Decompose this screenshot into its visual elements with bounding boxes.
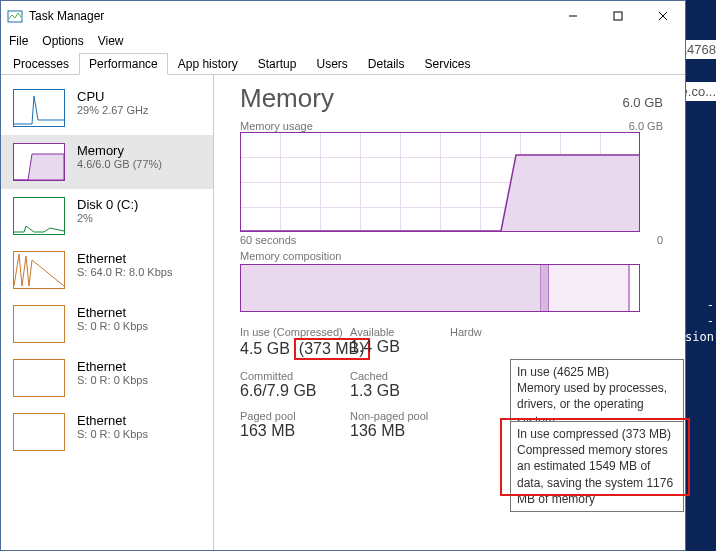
- menubar: File Options View: [1, 31, 685, 51]
- close-button[interactable]: [640, 2, 685, 31]
- sidebar-item-ethernet-3[interactable]: Ethernet S: 0 R: 0 Kbps: [1, 351, 213, 405]
- stat-available-value: 1.4 GB: [350, 338, 450, 356]
- sidebar-item-disk[interactable]: Disk 0 (C:) 2%: [1, 189, 213, 243]
- sidebar-item-ethernet-2[interactable]: Ethernet S: 0 R: 0 Kbps: [1, 297, 213, 351]
- memory-total: 6.0 GB: [623, 95, 663, 110]
- tab-processes[interactable]: Processes: [3, 53, 79, 75]
- sidebar-eth1-sub: S: 64.0 R: 8.0 Kbps: [77, 266, 172, 278]
- composition-label: Memory composition: [240, 250, 341, 262]
- cpu-thumb-icon: [13, 89, 65, 127]
- tooltip-inuse-title: In use (4625 MB): [517, 364, 677, 380]
- task-manager-icon: [7, 8, 23, 24]
- sidebar-item-ethernet-1[interactable]: Ethernet S: 64.0 R: 8.0 Kbps: [1, 243, 213, 297]
- ethernet-thumb-icon: [13, 413, 65, 451]
- stat-nonpaged-value: 136 MB: [350, 422, 450, 440]
- usage-graph-label: Memory usage: [240, 120, 313, 132]
- memory-usage-graph[interactable]: [240, 132, 640, 232]
- usage-graph-max: 6.0 GB: [629, 120, 663, 132]
- sidebar-cpu-sub: 29% 2.67 GHz: [77, 104, 149, 116]
- memory-composition-graph[interactable]: [240, 264, 640, 312]
- tabbar: Processes Performance App history Startu…: [1, 53, 685, 75]
- stat-committed-value: 6.6/7.9 GB: [240, 382, 350, 400]
- stat-available-label: Available: [350, 326, 450, 338]
- stat-paged-value: 163 MB: [240, 422, 350, 440]
- ethernet-thumb-icon: [13, 251, 65, 289]
- svg-rect-0: [8, 11, 22, 22]
- tab-app-history[interactable]: App history: [168, 53, 248, 75]
- stat-nonpaged-label: Non-paged pool: [350, 410, 450, 422]
- sidebar-memory-sub: 4.6/6.0 GB (77%): [77, 158, 162, 170]
- stat-inuse-label: In use (Compressed): [240, 326, 350, 338]
- disk-thumb-icon: [13, 197, 65, 235]
- window-title: Task Manager: [29, 9, 550, 23]
- menu-file[interactable]: File: [9, 34, 28, 48]
- tab-performance[interactable]: Performance: [79, 53, 168, 75]
- console-line: -: [707, 298, 714, 312]
- sidebar-eth4-sub: S: 0 R: 0 Kbps: [77, 428, 148, 440]
- tab-details[interactable]: Details: [358, 53, 415, 75]
- sidebar-item-memory[interactable]: Memory 4.6/6.0 GB (77%): [1, 135, 213, 189]
- tooltip-compressed-body: Compressed memory stores an estimated 15…: [517, 442, 677, 507]
- svg-rect-11: [549, 265, 629, 311]
- svg-marker-5: [14, 154, 64, 180]
- menu-view[interactable]: View: [98, 34, 124, 48]
- performance-sidebar: CPU 29% 2.67 GHz Memory 4.6/6.0 GB (77%): [1, 75, 214, 550]
- sidebar-eth3-title: Ethernet: [77, 359, 148, 374]
- ethernet-thumb-icon: [13, 305, 65, 343]
- maximize-button[interactable]: [595, 2, 640, 31]
- svg-marker-6: [241, 155, 639, 231]
- ethernet-thumb-icon: [13, 359, 65, 397]
- svg-rect-2: [614, 12, 622, 20]
- console-line: -: [707, 314, 714, 328]
- svg-rect-7: [241, 265, 541, 311]
- stat-cached-label: Cached: [350, 370, 450, 382]
- titlebar[interactable]: Task Manager: [1, 1, 685, 31]
- tooltip-compressed: In use compressed (373 MB) Compressed me…: [510, 421, 684, 512]
- sidebar-cpu-title: CPU: [77, 89, 149, 104]
- page-title: Memory: [240, 83, 334, 114]
- svg-rect-9: [541, 265, 549, 311]
- sidebar-item-ethernet-4[interactable]: Ethernet S: 0 R: 0 Kbps: [1, 405, 213, 459]
- sidebar-eth2-title: Ethernet: [77, 305, 148, 320]
- tab-users[interactable]: Users: [306, 53, 357, 75]
- x-axis-left: 60 seconds: [240, 234, 296, 246]
- sidebar-eth1-title: Ethernet: [77, 251, 172, 266]
- stat-committed-label: Committed: [240, 370, 350, 382]
- x-axis-right: 0: [657, 234, 663, 246]
- sidebar-disk-title: Disk 0 (C:): [77, 197, 138, 212]
- tab-startup[interactable]: Startup: [248, 53, 307, 75]
- minimize-button[interactable]: [550, 2, 595, 31]
- stat-inuse-value: 4.5 GB: [240, 340, 290, 358]
- menu-options[interactable]: Options: [42, 34, 83, 48]
- sidebar-eth3-sub: S: 0 R: 0 Kbps: [77, 374, 148, 386]
- memory-thumb-icon: [13, 143, 65, 181]
- tab-services[interactable]: Services: [415, 53, 481, 75]
- stat-cached-value: 1.3 GB: [350, 382, 450, 400]
- sidebar-disk-sub: 2%: [77, 212, 138, 224]
- stat-paged-label: Paged pool: [240, 410, 350, 422]
- sidebar-eth4-title: Ethernet: [77, 413, 148, 428]
- sidebar-item-cpu[interactable]: CPU 29% 2.67 GHz: [1, 81, 213, 135]
- sidebar-eth2-sub: S: 0 R: 0 Kbps: [77, 320, 148, 332]
- stat-hardware-label: Hardw: [450, 326, 570, 338]
- sidebar-memory-title: Memory: [77, 143, 162, 158]
- tooltip-compressed-title: In use compressed (373 MB): [517, 426, 677, 442]
